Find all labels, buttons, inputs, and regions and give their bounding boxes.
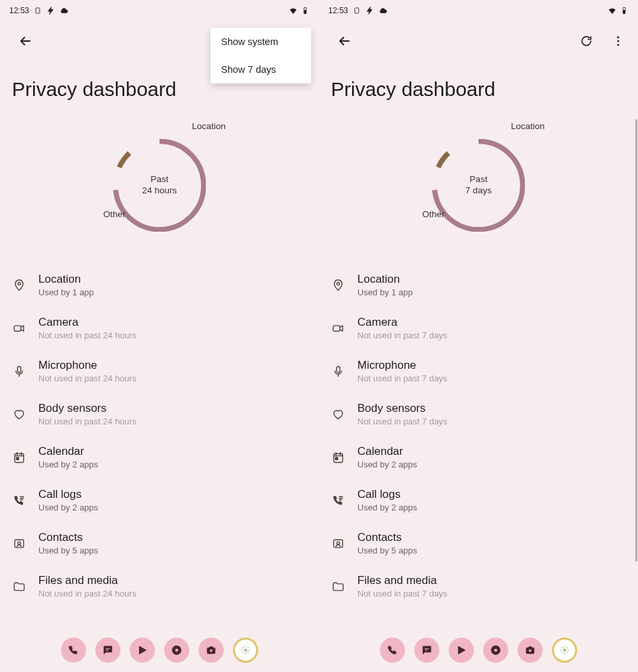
menu-show-system[interactable]: Show system [210,28,311,56]
svg-rect-27 [334,325,340,330]
svg-rect-31 [334,540,342,548]
svg-rect-30 [336,457,338,459]
scrollbar[interactable] [635,119,637,561]
perm-calendar[interactable]: CalendarUsed by 2 apps [331,436,626,479]
svg-point-32 [337,542,340,544]
dock [0,628,319,672]
bolt-icon [46,6,56,15]
page-title: Privacy dashboard [319,60,638,106]
back-button[interactable] [331,28,357,54]
svg-point-15 [210,649,213,652]
dock-phone[interactable] [380,638,405,663]
svg-rect-18 [355,8,359,13]
dock-phone[interactable] [61,638,86,663]
svg-rect-6 [15,325,21,330]
microphone-icon [12,364,26,379]
svg-rect-37 [529,646,532,648]
perm-microphone[interactable]: MicrophoneNot used in past 7 days [331,350,626,393]
perm-files[interactable]: Files and mediaNot used in past 7 days [331,565,626,608]
svg-point-23 [617,44,619,46]
wifi-icon [289,6,298,15]
perm-camera[interactable]: CameraNot used in past 7 days [331,307,626,350]
dock-chrome[interactable] [164,638,189,663]
camera-icon [12,321,26,336]
donut-label-other: Other [103,209,126,219]
svg-rect-7 [18,366,21,372]
overflow-button[interactable] [605,28,631,54]
dock-settings[interactable] [552,638,577,663]
perm-contacts[interactable]: ContactsUsed by 5 apps [331,522,626,565]
dock-settings[interactable] [233,638,258,663]
debug-icon [33,6,42,15]
svg-point-5 [18,282,21,285]
usage-donut-chart: Past 24 hours Location Other [0,119,319,252]
folder-icon [331,579,345,594]
donut-center-l1: Past [469,174,487,185]
menu-show-7-days[interactable]: Show 7 days [210,56,311,83]
contacts-icon [12,536,26,551]
microphone-icon [331,364,345,379]
perm-call-logs[interactable]: Call logsUsed by 2 apps [12,479,307,522]
perm-call-logs[interactable]: Call logsUsed by 2 apps [331,479,626,522]
svg-point-34 [494,648,497,651]
donut-label-other: Other [422,209,445,219]
donut-label-location: Location [511,121,545,131]
dock [319,628,638,672]
battery-icon [619,6,629,15]
perm-calendar[interactable]: CalendarUsed by 2 apps [12,436,307,479]
heart-icon [12,407,26,422]
svg-rect-20 [623,10,625,13]
dock-messages[interactable] [95,638,120,663]
svg-rect-2 [304,10,306,13]
svg-point-26 [337,282,340,285]
perm-location[interactable]: LocationUsed by 1 app [331,264,626,307]
camera-icon [331,321,345,336]
perm-body-sensors[interactable]: Body sensorsNot used in past 24 hours [12,393,307,436]
dock-camera[interactable] [199,638,224,663]
perm-files[interactable]: Files and mediaNot used in past 24 hours [12,565,307,608]
location-pin-icon [331,278,345,293]
dock-messages[interactable] [414,638,439,663]
svg-point-38 [563,648,567,651]
perm-location[interactable]: LocationUsed by 1 app [12,264,307,307]
status-time: 12:53 [9,6,29,15]
overflow-menu: Show system Show 7 days [210,28,311,83]
donut-center-l1: Past [150,174,168,185]
status-time: 12:53 [328,6,348,15]
perm-body-sensors[interactable]: Body sensorsNot used in past 7 days [331,393,626,436]
app-bar [319,23,638,60]
dock-play-store[interactable] [449,638,474,663]
heart-icon [331,407,345,422]
calendar-icon [331,450,345,465]
battery-icon [300,6,310,15]
svg-point-17 [244,648,248,651]
svg-point-11 [18,542,21,544]
svg-point-13 [175,648,178,651]
dock-chrome[interactable] [483,638,508,663]
calendar-icon [12,450,26,465]
perm-microphone[interactable]: MicrophoneNot used in past 24 hours [12,350,307,393]
svg-rect-0 [36,8,40,13]
svg-point-21 [617,36,619,38]
refresh-button[interactable] [573,28,600,54]
call-log-icon [12,493,26,508]
debug-icon [352,6,361,15]
wifi-icon [608,6,617,15]
cloud-icon [60,6,69,15]
cloud-icon [379,6,388,15]
perm-contacts[interactable]: ContactsUsed by 5 apps [12,522,307,565]
location-pin-icon [12,278,26,293]
donut-label-location: Location [192,121,226,131]
dock-camera[interactable] [518,638,543,663]
folder-icon [12,579,26,594]
usage-donut-chart: Past 7 days Location Other [319,119,638,252]
bolt-icon [365,6,375,15]
donut-center-l2: 7 days [465,185,492,197]
donut-center-l2: 24 hours [142,185,177,197]
perm-camera[interactable]: CameraNot used in past 24 hours [12,307,307,350]
svg-rect-10 [15,540,23,548]
contacts-icon [331,536,345,551]
svg-point-22 [617,40,619,42]
back-button[interactable] [12,28,38,54]
dock-play-store[interactable] [130,638,155,663]
